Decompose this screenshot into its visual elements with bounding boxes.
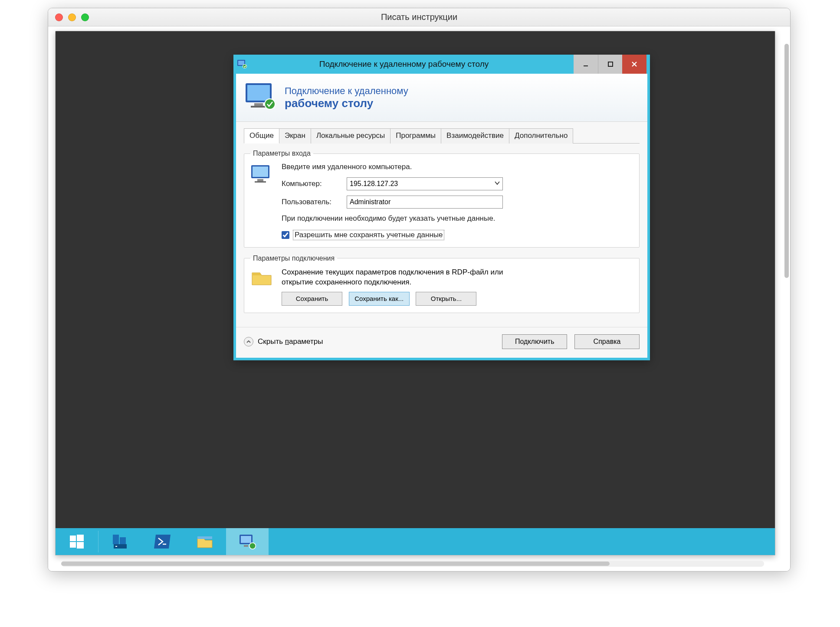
credentials-note: При подключении необходимо будет указать… (282, 214, 499, 224)
conn-text: Сохранение текущих параметров подключени… (282, 268, 525, 287)
rdc-header-line1: Подключение к удаленному (285, 85, 408, 97)
rdc-footer: Скрыть параметры Подключить Справка (236, 327, 647, 358)
svg-rect-17 (77, 535, 84, 541)
svg-rect-15 (255, 181, 266, 183)
svg-point-11 (265, 99, 275, 109)
remember-credentials-checkbox[interactable] (282, 231, 289, 239)
login-intro: Введите имя удаленного компьютера. (282, 163, 633, 171)
close-icon[interactable] (55, 13, 63, 21)
powershell-icon (153, 534, 171, 549)
mac-titlebar[interactable]: Писать инструкции (48, 8, 790, 26)
save-button[interactable]: Сохранить (282, 292, 342, 306)
svg-rect-16 (70, 536, 76, 541)
monitor-icon (244, 82, 279, 114)
tabs-bar: Общие Экран Локальные ресурсы Программы … (244, 128, 640, 144)
zoom-icon[interactable] (81, 13, 89, 21)
tab-display[interactable]: Экран (279, 128, 311, 144)
svg-rect-5 (608, 62, 613, 66)
chevron-up-icon (244, 337, 253, 346)
folder-icon (250, 268, 275, 306)
taskbar-file-explorer[interactable] (184, 528, 226, 555)
svg-rect-19 (77, 542, 84, 549)
login-settings-group: Параметры входа Введите имя удаленного к… (244, 150, 640, 248)
rdc-window: Подключение к удаленному рабочему столу (233, 55, 650, 360)
minimize-icon[interactable] (68, 13, 76, 21)
svg-rect-13 (253, 167, 268, 177)
remember-label[interactable]: Разрешить мне сохранять учетные данные (293, 230, 444, 240)
collapse-label: Скрыть параметры (258, 337, 323, 346)
mac-content: Подключение к удаленному рабочему столу (48, 26, 790, 571)
svg-rect-7 (247, 85, 270, 101)
tab-programs[interactable]: Программы (390, 128, 441, 144)
computer-combobox[interactable] (347, 177, 503, 190)
server-manager-icon (111, 533, 128, 550)
vertical-scrollbar[interactable] (783, 26, 790, 564)
svg-rect-21 (120, 537, 126, 544)
window-buttons (574, 55, 646, 74)
connect-button[interactable]: Подключить (502, 334, 567, 349)
svg-rect-8 (254, 103, 263, 106)
svg-rect-23 (115, 546, 117, 547)
svg-rect-9 (251, 106, 266, 108)
traffic-lights (55, 13, 89, 21)
conn-legend: Параметры подключения (250, 255, 337, 262)
svg-rect-14 (257, 179, 263, 181)
minimize-button[interactable] (574, 55, 598, 74)
taskbar-powershell[interactable] (141, 528, 184, 555)
login-legend: Параметры входа (250, 150, 313, 157)
connection-settings-group: Параметры подключения Сохранение текущих… (244, 255, 640, 313)
taskbar-server-manager[interactable] (98, 528, 141, 555)
svg-rect-24 (197, 536, 212, 539)
close-button[interactable] (622, 55, 646, 74)
maximize-button[interactable] (598, 55, 622, 74)
save-as-button[interactable]: Сохранить как... (349, 292, 410, 306)
tab-local-resources[interactable]: Локальные ресурсы (311, 128, 390, 144)
svg-rect-26 (241, 536, 251, 543)
rdc-icon (238, 533, 257, 550)
windows-taskbar[interactable] (56, 528, 775, 555)
start-button[interactable] (56, 528, 98, 555)
svg-point-29 (250, 543, 256, 549)
tab-advanced[interactable]: Дополнительно (509, 128, 573, 144)
taskbar-rdc[interactable] (226, 528, 269, 555)
tab-experience[interactable]: Взаимодействие (441, 128, 509, 144)
tab-general[interactable]: Общие (244, 128, 279, 144)
username-input[interactable] (347, 196, 503, 209)
mac-window-title: Писать инструкции (381, 12, 457, 22)
computer-icon (250, 163, 275, 240)
horizontal-scrollbar[interactable] (61, 561, 764, 567)
open-button[interactable]: Открыть... (416, 292, 476, 306)
file-explorer-icon (196, 534, 214, 549)
mac-window: Писать инструкции Подключение к удаленно… (48, 8, 791, 571)
collapse-options-link[interactable]: Скрыть параметры (244, 337, 492, 346)
svg-rect-18 (70, 542, 76, 548)
rdc-window-title: Подключение к удаленному рабочему столу (234, 59, 574, 69)
computer-label: Компьютер: (282, 180, 347, 188)
help-button[interactable]: Справка (574, 334, 640, 349)
rdc-body: Общие Экран Локальные ресурсы Программы … (236, 122, 647, 327)
user-label: Пользователь: (282, 198, 347, 206)
rdc-header-line2: рабочему столу (285, 97, 408, 110)
svg-rect-20 (113, 535, 119, 544)
windows-logo-icon (69, 534, 85, 549)
svg-rect-27 (244, 545, 248, 547)
rdc-header: Подключение к удаленному рабочему столу (236, 74, 647, 122)
rdc-titlebar[interactable]: Подключение к удаленному рабочему столу (233, 55, 650, 74)
vm-desktop[interactable]: Подключение к удаленному рабочему столу (55, 31, 775, 555)
